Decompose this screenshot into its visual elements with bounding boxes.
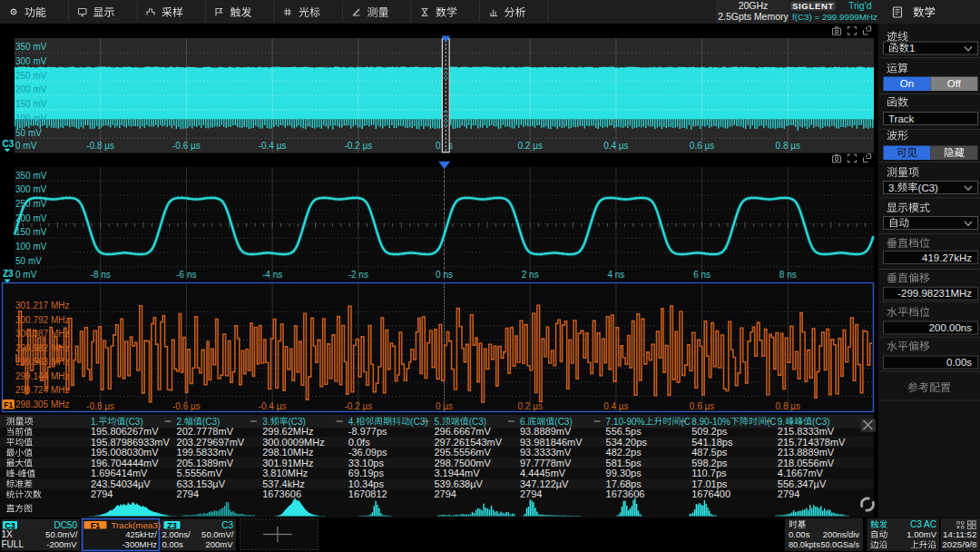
svg-text:-6 ns: -6 ns — [176, 270, 196, 280]
svg-text:1: 1 — [909, 43, 915, 54]
svg-text:350 mV: 350 mV — [15, 42, 47, 52]
svg-text:200.00ns: 200.00ns — [929, 322, 973, 333]
svg-text:250 mV: 250 mV — [15, 199, 47, 209]
svg-text:0.00s: 0.00s — [946, 357, 972, 368]
svg-text:301.217 MHz: 301.217 MHz — [15, 301, 69, 310]
svg-text:2794: 2794 — [520, 488, 542, 499]
svg-text:1673606: 1673606 — [606, 488, 645, 499]
svg-text:202.7778mV: 202.7778mV — [177, 426, 234, 437]
svg-text:300 mV: 300 mV — [15, 56, 47, 66]
svg-text:419.27kHz: 419.27kHz — [922, 252, 972, 263]
svg-text:195.87986933mV: 195.87986933mV — [91, 437, 171, 448]
svg-text:541.18ps: 541.18ps — [691, 437, 733, 448]
svg-text:-0.2 µs: -0.2 µs — [344, 401, 372, 411]
svg-text:8.90-10%: 8.90-10% — [691, 417, 730, 427]
svg-text:196.704444mV: 196.704444mV — [91, 458, 159, 468]
svg-text:93.8889mV: 93.8889mV — [520, 426, 572, 437]
svg-text:-: - — [15, 468, 17, 478]
svg-text:4 ns: 4 ns — [607, 270, 624, 280]
svg-text:4.: 4. — [348, 417, 356, 427]
svg-text:2.00ns/: 2.00ns/ — [162, 529, 191, 539]
svg-text:0.0fs: 0.0fs — [348, 437, 370, 448]
svg-text:300.792 MHz: 300.792 MHz — [15, 315, 69, 325]
svg-text:50.0mV/: 50.0mV/ — [201, 529, 234, 539]
svg-text:-0.8 µs: -0.8 µs — [86, 401, 114, 411]
svg-text:298.10MHz: 298.10MHz — [262, 447, 313, 458]
svg-text:218.0556mV: 218.0556mV — [778, 458, 835, 468]
svg-text:1.: 1. — [91, 417, 98, 427]
svg-text:-0.6 µs: -0.6 µs — [172, 141, 201, 151]
svg-text:14:11:52: 14:11:52 — [943, 529, 976, 539]
svg-text:-0.4 µs: -0.4 µs — [259, 401, 287, 411]
svg-text:(C3): (C3) — [918, 182, 939, 193]
svg-text:-36.09ps: -36.09ps — [348, 447, 387, 458]
svg-text:8 ns: 8 ns — [779, 270, 797, 280]
svg-text:215.714378mV: 215.714378mV — [778, 437, 846, 448]
svg-text:-200mV: -200mV — [46, 539, 77, 549]
svg-text:300.387 MHz: 300.387 MHz — [15, 329, 69, 339]
svg-text:0.8 µs: 0.8 µs — [776, 401, 800, 411]
svg-text:0.2 µs: 0.2 µs — [517, 141, 542, 151]
svg-text:539.638µV: 539.638µV — [434, 478, 483, 489]
svg-text:556.347µV: 556.347µV — [778, 478, 827, 489]
svg-text:298.7500mV: 298.7500mV — [434, 458, 491, 468]
svg-text:299.62MHz: 299.62MHz — [262, 426, 313, 437]
svg-text:0.8 µs: 0.8 µs — [776, 141, 800, 151]
svg-text:6.: 6. — [520, 417, 527, 427]
svg-text:205.1389mV: 205.1389mV — [177, 458, 234, 468]
svg-text:243.54034µV: 243.54034µV — [91, 478, 151, 489]
svg-text:9.: 9. — [778, 417, 785, 427]
svg-text:0.4 µs: 0.4 µs — [603, 141, 628, 151]
svg-text:2.: 2. — [177, 417, 184, 427]
svg-text:203.279697mV: 203.279697mV — [177, 437, 245, 448]
svg-text:2794: 2794 — [177, 488, 199, 499]
svg-text:0.6 µs: 0.6 µs — [690, 141, 714, 151]
svg-text:10.34ps: 10.34ps — [348, 478, 385, 489]
svg-text:200mV: 200mV — [205, 539, 233, 549]
svg-text:93.981846mV: 93.981846mV — [520, 437, 583, 448]
svg-text:-0.4 µs: -0.4 µs — [259, 141, 287, 151]
svg-text:33.10ps: 33.10ps — [348, 458, 385, 468]
svg-text:C3: C3 — [5, 521, 15, 530]
svg-text:213.8889mV: 213.8889mV — [778, 447, 835, 458]
svg-text:425kHz/: 425kHz/ — [125, 529, 157, 539]
svg-text:3.: 3. — [888, 182, 897, 193]
svg-text:298.305 MHz: 298.305 MHz — [15, 399, 69, 409]
svg-text:3.1944mV: 3.1944mV — [434, 468, 480, 478]
svg-text:1.00mV: 1.00mV — [906, 529, 936, 539]
svg-text:347.122µV: 347.122µV — [520, 478, 569, 489]
svg-text:FULL: FULL — [2, 539, 24, 549]
svg-text:93.3333mV: 93.3333mV — [520, 447, 572, 458]
svg-text:1X: 1X — [2, 529, 14, 539]
svg-text:Z3: Z3 — [167, 521, 177, 530]
svg-text:509.2ps: 509.2ps — [691, 426, 728, 437]
svg-text:195.806267mV: 195.806267mV — [91, 426, 159, 437]
svg-text:0 ns: 0 ns — [436, 270, 453, 280]
svg-text:297.261543mV: 297.261543mV — [434, 437, 502, 448]
svg-text:C3: C3 — [3, 139, 15, 149]
svg-text:295.5556mV: 295.5556mV — [434, 447, 491, 458]
svg-text:487.5ps: 487.5ps — [691, 447, 728, 458]
svg-text:(C3): (C3) — [202, 417, 220, 427]
svg-text:299.563 MHz: 299.563 MHz — [15, 357, 69, 367]
svg-text:50 mV: 50 mV — [15, 256, 42, 266]
svg-text:-4 ns: -4 ns — [262, 270, 282, 280]
svg-text:581.5ps: 581.5ps — [606, 458, 642, 468]
svg-text:(C3): (C3) — [469, 417, 486, 427]
svg-text:299.144 MHz: 299.144 MHz — [15, 371, 69, 381]
svg-text:301.91MHz: 301.91MHz — [262, 458, 313, 468]
svg-text:598.2ps: 598.2ps — [691, 458, 728, 468]
svg-text:199.5833mV: 199.5833mV — [177, 447, 234, 458]
svg-text:50.0mV/: 50.0mV/ — [45, 529, 78, 539]
svg-text:C3 AC: C3 AC — [910, 519, 936, 529]
svg-text:296.6667mV: 296.6667mV — [434, 426, 491, 437]
svg-text:0.2 µs: 0.2 µs — [517, 401, 542, 411]
svg-text:556.5ps: 556.5ps — [606, 426, 642, 437]
svg-text:250 mV: 250 mV — [15, 71, 47, 81]
svg-text:300 mV: 300 mV — [15, 184, 47, 194]
svg-text:1.696414mV: 1.696414mV — [91, 468, 148, 478]
svg-text:0 µs: 0 µs — [436, 401, 453, 411]
svg-text:F1: F1 — [4, 400, 13, 409]
svg-text:150 mV: 150 mV — [15, 99, 47, 109]
svg-text:F1: F1 — [91, 521, 101, 530]
